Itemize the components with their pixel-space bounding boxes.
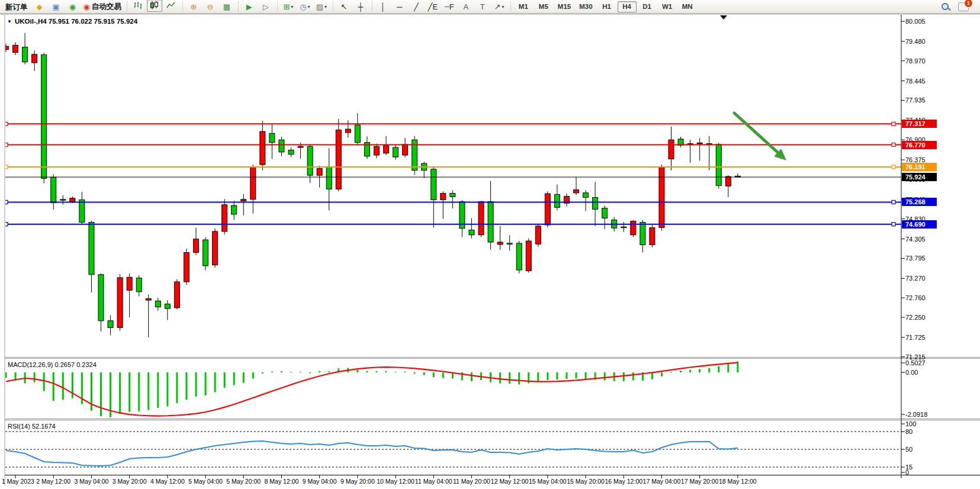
toolbar-right: 1 bbox=[941, 2, 978, 11]
candle bbox=[716, 143, 721, 188]
notification-badge: 1 bbox=[965, 0, 972, 7]
candle bbox=[659, 165, 664, 231]
candle bbox=[174, 279, 179, 310]
dropdown-caret[interactable]: ▾ bbox=[308, 1, 310, 12]
candle bbox=[336, 119, 341, 192]
line-chart-icon[interactable] bbox=[163, 0, 179, 12]
toolbar-buttons: 新订单◆▣◉◉自动交易⊕⊖▦▶▷⊞▾◷▾▨▾↖┼│─╱╱E┄FAT↗▾ bbox=[2, 0, 513, 14]
timeframe-toolbar: M1M5M15M30H1H4D1W1MN bbox=[513, 1, 698, 12]
tile-windows-icon[interactable]: ▦ bbox=[219, 1, 234, 13]
periods-icon[interactable]: ◷▾ bbox=[297, 1, 313, 13]
chart-shift-icon[interactable]: ▷ bbox=[258, 1, 274, 13]
dropdown-caret[interactable]: ▾ bbox=[324, 1, 327, 12]
signals-icon[interactable]: ◉ bbox=[65, 1, 81, 13]
arrows-tool-icon[interactable]: ↗▾ bbox=[491, 1, 507, 13]
zoom-in-icon[interactable]: ⊕ bbox=[186, 1, 201, 13]
candle bbox=[526, 239, 531, 273]
support-line-1-handle[interactable] bbox=[892, 200, 895, 204]
chart-canvas[interactable] bbox=[0, 14, 980, 489]
indicators-icon[interactable]: ⊞▾ bbox=[281, 1, 296, 13]
vertical-line-icon[interactable]: │ bbox=[375, 1, 391, 13]
cursor-icon[interactable]: ↖ bbox=[336, 1, 352, 13]
candle bbox=[203, 237, 208, 271]
fibonacci-icon[interactable]: ┄F bbox=[442, 1, 457, 13]
toolbar-separator bbox=[238, 1, 239, 11]
new-chart-icon[interactable]: ◆ bbox=[32, 1, 47, 13]
candle bbox=[213, 229, 218, 268]
resistance-line-2-handle[interactable] bbox=[892, 143, 895, 147]
timeframe-m5[interactable]: M5 bbox=[534, 1, 553, 12]
chart-window[interactable]: ▼UKOil-,H4 75.951 76.022 75.915 75.924 M… bbox=[0, 14, 980, 489]
toolbar-separator bbox=[277, 1, 278, 11]
candle bbox=[117, 274, 123, 330]
new-order-button[interactable]: 新订单 bbox=[2, 1, 31, 14]
rsi-panel[interactable] bbox=[5, 420, 901, 475]
autotrade-button[interactable]: ◉自动交易 bbox=[82, 1, 123, 13]
dropdown-caret[interactable]: ▾ bbox=[291, 1, 293, 12]
timeframe-w1[interactable]: W1 bbox=[658, 1, 677, 12]
timeframe-h1[interactable]: H1 bbox=[597, 1, 616, 12]
toolbar-separator bbox=[182, 1, 183, 11]
auto-scroll-icon[interactable]: ▶ bbox=[242, 1, 257, 13]
dropdown-caret[interactable]: ▾ bbox=[502, 1, 504, 12]
chat-icon[interactable]: 1 bbox=[958, 2, 969, 11]
candle bbox=[516, 241, 522, 274]
timeframe-d1[interactable]: D1 bbox=[638, 1, 657, 12]
toolbar-separator bbox=[372, 1, 372, 11]
timeframe-m15[interactable]: M15 bbox=[554, 1, 574, 12]
support-line-2-handle[interactable] bbox=[892, 223, 895, 226]
main-chart-panel[interactable] bbox=[5, 15, 901, 357]
candle bbox=[545, 191, 550, 227]
text-icon[interactable]: A bbox=[458, 1, 474, 13]
crosshair-icon[interactable]: ┼ bbox=[353, 1, 368, 13]
candle bbox=[41, 53, 47, 184]
candle bbox=[535, 224, 541, 247]
candle bbox=[650, 224, 655, 247]
timeframe-h4[interactable]: H4 bbox=[618, 1, 637, 12]
resistance-line-1-handle[interactable] bbox=[892, 122, 895, 126]
zoom-out-icon[interactable]: ⊖ bbox=[203, 1, 218, 13]
horizontal-line-icon[interactable]: ─ bbox=[392, 1, 407, 13]
templates-icon[interactable]: ▨▾ bbox=[314, 1, 329, 13]
timeframe-m1[interactable]: M1 bbox=[514, 1, 533, 12]
terminal-icon[interactable]: ▣ bbox=[49, 1, 64, 13]
equidistant-channel-icon[interactable]: ╱E bbox=[425, 1, 441, 13]
text-label-icon[interactable]: T bbox=[475, 1, 490, 13]
candle bbox=[184, 249, 189, 285]
candle bbox=[412, 136, 417, 175]
toolbar: 新订单◆▣◉◉自动交易⊕⊖▦▶▷⊞▾◷▾▨▾↖┼│─╱╱E┄FAT↗▾ M1M5… bbox=[0, 0, 980, 14]
toolbar-separator bbox=[127, 1, 127, 11]
candlestick-chart-icon[interactable] bbox=[147, 0, 162, 12]
toolbar-separator bbox=[510, 1, 511, 11]
trendline-icon[interactable]: ╱ bbox=[409, 1, 424, 13]
search-icon[interactable] bbox=[941, 2, 950, 11]
bar-chart-icon[interactable] bbox=[130, 0, 146, 12]
candle bbox=[631, 220, 636, 237]
pivot-line-handle[interactable] bbox=[892, 165, 895, 169]
candle bbox=[478, 201, 484, 237]
toolbar-separator bbox=[333, 1, 333, 11]
timeframe-m30[interactable]: M30 bbox=[576, 1, 596, 12]
timeframe-mn[interactable]: MN bbox=[678, 1, 697, 12]
